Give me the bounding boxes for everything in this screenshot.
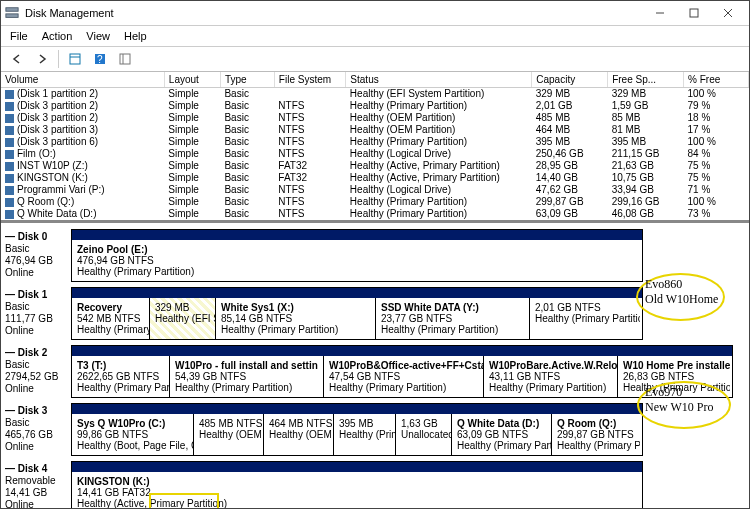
- partition[interactable]: W10ProBare.Active.W.RelocUser43,11 GB NT…: [484, 356, 618, 397]
- table-row[interactable]: Programmi Vari (P:)SimpleBasicNTFSHealth…: [1, 184, 749, 196]
- table-row[interactable]: (Disk 3 partition 2)SimpleBasicNTFSHealt…: [1, 100, 749, 112]
- partition[interactable]: 1,63 GBUnallocated: [396, 414, 452, 455]
- svg-rect-1: [6, 14, 18, 18]
- table-row[interactable]: KINGSTON (K:)SimpleBasicFAT32Healthy (Ac…: [1, 172, 749, 184]
- disk-label[interactable]: — Disk 3Basic465,76 GBOnline: [5, 403, 67, 456]
- svg-text:?: ?: [97, 54, 103, 65]
- partition[interactable]: White Sys1 (X:)85,14 GB NTFSHealthy (Pri…: [216, 298, 376, 339]
- column-header[interactable]: Free Sp...: [608, 72, 684, 88]
- disk-graphical-view: — Disk 0Basic476,94 GBOnlineZeino Pool (…: [1, 223, 749, 508]
- partition[interactable]: Q Room (Q:)299,87 GB NTFSHealthy (Primar…: [552, 414, 640, 455]
- maximize-button[interactable]: [677, 2, 711, 24]
- volume-icon: [5, 198, 14, 207]
- partition[interactable]: 329 MBHealthy (EFI System: [150, 298, 216, 339]
- partition[interactable]: 2,01 GB NTFSHealthy (Primary Partition): [530, 298, 640, 339]
- svg-rect-0: [6, 8, 18, 12]
- disk-row: — Disk 4Removable14,41 GBOnlineKINGSTON …: [5, 461, 745, 508]
- partition[interactable]: W10Pro - full install and settin54,39 GB…: [170, 356, 324, 397]
- disk-management-icon: [5, 6, 19, 20]
- table-row[interactable]: Q White Data (D:)SimpleBasicNTFSHealthy …: [1, 208, 749, 220]
- svg-rect-3: [690, 9, 698, 17]
- partition[interactable]: Sys Q W10Pro (C:)99,86 GB NTFSHealthy (B…: [72, 414, 194, 455]
- table-row[interactable]: (Disk 3 partition 2)SimpleBasicNTFSHealt…: [1, 112, 749, 124]
- help-button[interactable]: ?: [89, 48, 111, 70]
- disk-box: Zeino Pool (E:)476,94 GB NTFSHealthy (Pr…: [71, 229, 643, 282]
- volume-icon: [5, 102, 14, 111]
- partition[interactable]: Zeino Pool (E:)476,94 GB NTFSHealthy (Pr…: [72, 240, 642, 281]
- column-header[interactable]: File System: [274, 72, 346, 88]
- disk-management-window: Disk Management File Action View Help ? …: [0, 0, 750, 509]
- volume-icon: [5, 114, 14, 123]
- menu-action[interactable]: Action: [35, 28, 80, 44]
- partition[interactable]: 395 MBHealthy (Prima: [334, 414, 396, 455]
- annotation-evo860: Evo860 Old W10Home: [645, 277, 718, 307]
- minimize-button[interactable]: [643, 2, 677, 24]
- table-row[interactable]: (Disk 3 partition 3)SimpleBasicNTFSHealt…: [1, 124, 749, 136]
- volume-icon: [5, 150, 14, 159]
- partition[interactable]: Q White Data (D:)63,09 GB NTFSHealthy (P…: [452, 414, 552, 455]
- disk-box: Sys Q W10Pro (C:)99,86 GB NTFSHealthy (B…: [71, 403, 643, 456]
- volume-icon: [5, 90, 14, 99]
- partition[interactable]: 485 MB NTFSHealthy (OEM P: [194, 414, 264, 455]
- partition[interactable]: T3 (T:)2622,65 GB NTFSHealthy (Primary P…: [72, 356, 170, 397]
- menu-help[interactable]: Help: [117, 28, 154, 44]
- partition[interactable]: W10ProB&Office-active+FF+Cstart47,54 GB …: [324, 356, 484, 397]
- toolbar: ?: [1, 47, 749, 72]
- column-header[interactable]: Capacity: [532, 72, 608, 88]
- disk-label[interactable]: — Disk 4Removable14,41 GBOnline: [5, 461, 67, 508]
- table-row[interactable]: Q Room (Q:)SimpleBasicNTFSHealthy (Prima…: [1, 196, 749, 208]
- column-header[interactable]: Layout: [164, 72, 220, 88]
- partition[interactable]: SSD White DATA (Y:)23,77 GB NTFSHealthy …: [376, 298, 530, 339]
- disk-row: — Disk 2Basic2794,52 GBOnlineT3 (T:)2622…: [5, 345, 745, 398]
- menu-view[interactable]: View: [79, 28, 117, 44]
- svg-rect-6: [70, 54, 80, 64]
- disk-box: Recovery542 MB NTFSHealthy (Primary Part…: [71, 287, 643, 340]
- disk-label[interactable]: — Disk 1Basic111,77 GBOnline: [5, 287, 67, 340]
- disk-label[interactable]: — Disk 2Basic2794,52 GBOnline: [5, 345, 67, 398]
- disk-row: — Disk 3Basic465,76 GBOnlineSys Q W10Pro…: [5, 403, 745, 456]
- close-button[interactable]: [711, 2, 745, 24]
- volume-icon: [5, 162, 14, 171]
- volume-icon: [5, 174, 14, 183]
- volume-list: VolumeLayoutTypeFile SystemStatusCapacit…: [1, 72, 749, 223]
- volume-icon: [5, 210, 14, 219]
- menubar: File Action View Help: [1, 26, 749, 47]
- titlebar: Disk Management: [1, 1, 749, 26]
- disk-label[interactable]: — Disk 0Basic476,94 GBOnline: [5, 229, 67, 282]
- refresh-button[interactable]: [64, 48, 86, 70]
- table-row[interactable]: (Disk 1 partition 2)SimpleBasicHealthy (…: [1, 88, 749, 101]
- column-header[interactable]: Type: [220, 72, 274, 88]
- column-header[interactable]: Status: [346, 72, 532, 88]
- volume-icon: [5, 186, 14, 195]
- settings-button[interactable]: [114, 48, 136, 70]
- table-row[interactable]: INST W10P (Z:)SimpleBasicFAT32Healthy (A…: [1, 160, 749, 172]
- window-title: Disk Management: [25, 7, 643, 19]
- disk-box: T3 (T:)2622,65 GB NTFSHealthy (Primary P…: [71, 345, 733, 398]
- disk-row: — Disk 1Basic111,77 GBOnlineRecovery542 …: [5, 287, 745, 340]
- forward-button[interactable]: [31, 48, 53, 70]
- volume-icon: [5, 126, 14, 135]
- table-row[interactable]: (Disk 3 partition 6)SimpleBasicNTFSHealt…: [1, 136, 749, 148]
- disk-row: — Disk 0Basic476,94 GBOnlineZeino Pool (…: [5, 229, 745, 282]
- back-button[interactable]: [6, 48, 28, 70]
- table-row[interactable]: Film (O:)SimpleBasicNTFSHealthy (Logical…: [1, 148, 749, 160]
- annotation-highlight-efi: [149, 493, 219, 508]
- menu-file[interactable]: File: [3, 28, 35, 44]
- volume-icon: [5, 138, 14, 147]
- column-header[interactable]: % Free: [684, 72, 749, 88]
- svg-rect-10: [120, 54, 130, 64]
- partition[interactable]: 464 MB NTFSHealthy (OEM F: [264, 414, 334, 455]
- column-header[interactable]: Volume: [1, 72, 164, 88]
- annotation-evo970: Evo970 New W10 Pro: [645, 385, 713, 415]
- partition[interactable]: Recovery542 MB NTFSHealthy (Primary Part: [72, 298, 150, 339]
